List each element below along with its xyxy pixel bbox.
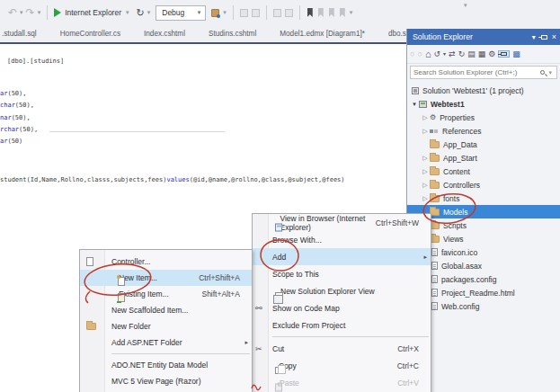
solution-explorer-toolbar: ○ ○ ⌂ ↺ ▾ ⇄ ↻ ▤ ▦ ⚙ ▩: [407, 45, 560, 64]
project-icon: [419, 101, 427, 108]
menu-item-add-aspnet-folder[interactable]: Add ASP.NET Folder▸: [80, 334, 252, 351]
auto-hide-pin-icon[interactable]: [541, 35, 547, 40]
redo-chevron-down-icon[interactable]: ▾: [38, 9, 41, 16]
paste-icon: [275, 383, 282, 391]
undo-chevron-down-icon[interactable]: ▾: [20, 9, 23, 16]
menu-item-existing-item[interactable]: Existing Item...Shift+Alt+A: [80, 286, 252, 302]
restart-icon[interactable]: ↻: [137, 8, 145, 18]
switch-views-icon[interactable]: ↺: [434, 50, 441, 58]
code-line-insert: student(Id,Name,Rollno,classs,subjects,f…: [0, 176, 345, 183]
refresh-icon[interactable]: ↻: [458, 50, 466, 58]
uncomment-icon[interactable]: [252, 9, 260, 17]
tree-item-fonts[interactable]: ▷fonts: [407, 192, 560, 205]
forward-icon[interactable]: ○: [417, 50, 422, 58]
toggle-bookmark-icon[interactable]: [307, 8, 313, 17]
chevron-collapsed-icon[interactable]: ▷: [421, 114, 430, 121]
chevron-collapsed-icon[interactable]: ▷: [421, 195, 430, 202]
show-all-files-icon[interactable]: ▤: [467, 50, 476, 58]
menu-item-adonet-entity-data-model[interactable]: ADO.NET Entity Data Model: [80, 357, 252, 373]
tab-index-cshtml[interactable]: Index.cshtml: [132, 30, 197, 38]
menu-item-cut[interactable]: ✂CutCtrl+X: [253, 340, 431, 357]
undo-icon[interactable]: ↶: [8, 7, 17, 18]
chevron-collapsed-icon[interactable]: ▷: [421, 168, 430, 175]
controller-file-icon: [86, 257, 93, 266]
run-target-label[interactable]: Internet Explorer: [65, 8, 121, 17]
menu-item-new-item[interactable]: New Item...Ctrl+Shift+A: [80, 270, 252, 286]
search-chevron-down-icon[interactable]: ▾: [548, 69, 552, 76]
properties-page-icon[interactable]: ▦: [478, 50, 486, 58]
tab-studall-sql[interactable]: .studall.sql: [0, 30, 49, 38]
clear-bookmarks-icon[interactable]: [340, 8, 345, 17]
tab-studins-cshtml[interactable]: Studins.cshtml: [197, 30, 268, 38]
menu-item-add[interactable]: Add▸: [253, 248, 431, 265]
indent-icon[interactable]: [285, 9, 293, 17]
menu-item-copy[interactable]: CopyCtrl+C: [253, 357, 431, 374]
switch-views-chevron-icon[interactable]: ▾: [443, 51, 446, 57]
tree-item-webtest1[interactable]: ▾Webtest1: [407, 97, 560, 111]
panel-title: Solution Explorer: [413, 32, 473, 41]
solution-icon: [412, 87, 419, 94]
previous-bookmark-icon[interactable]: [318, 8, 324, 17]
file-icon: [431, 289, 438, 297]
chevron-collapsed-icon[interactable]: ▷: [421, 182, 430, 189]
browser-icon: [275, 223, 282, 231]
menu-item-new-solution-explorer-view[interactable]: New Solution Explorer View: [253, 282, 431, 299]
add-submenu: Controller... New Item...Ctrl+Shift+A Ex…: [79, 249, 253, 392]
menu-item-view-in-browser[interactable]: View in Browser (Internet Explorer)Ctrl+…: [253, 214, 431, 231]
comment-icon[interactable]: [240, 9, 248, 17]
menu-item-mvc5-view-page-razor[interactable]: MVC 5 View Page (Razor): [80, 373, 252, 389]
tree-item-solution[interactable]: Solution 'Webtest1' (1 project): [407, 84, 560, 97]
pending-changes-filter-icon[interactable]: ⇄: [449, 50, 456, 58]
tree-item-properties[interactable]: ▷⚙Properties: [407, 111, 560, 124]
menu-item-browse-with[interactable]: Browse With...: [253, 231, 431, 248]
solution-explorer-view-icon: [275, 292, 283, 299]
menu-item-new-folder[interactable]: New Folder: [80, 318, 252, 334]
menu-separator: [111, 353, 250, 354]
menu-item-exclude-from-project[interactable]: Exclude From Project: [253, 316, 431, 334]
references-icon: [430, 128, 439, 134]
tree-item-app-data[interactable]: App_Data: [407, 138, 560, 151]
run-target-chevron-down-icon[interactable]: ▾: [126, 9, 129, 16]
menu-item-controller[interactable]: Controller...: [80, 254, 252, 270]
menu-item-scope-to-this[interactable]: Scope to This: [253, 265, 431, 282]
copy-icon: [275, 367, 281, 374]
code-line-column: ar(50): [0, 138, 22, 145]
tree-item-controllers[interactable]: ▷Controllers: [407, 178, 560, 192]
menu-item-paste[interactable]: PasteCtrl+V: [253, 374, 431, 391]
outdent-icon[interactable]: [273, 9, 281, 17]
tree-item-references[interactable]: ▷References: [407, 124, 560, 138]
menu-item-show-on-code-map[interactable]: ⚯Show on Code Map: [253, 299, 431, 316]
toolbar-group-overflow-icon[interactable]: ▾: [223, 9, 227, 16]
vs-ide-window: { "toolbar": { "undo": "\u21b6", "redo":…: [0, 0, 560, 392]
home-icon[interactable]: ⌂: [425, 49, 431, 59]
chevron-expanded-icon[interactable]: ▾: [410, 101, 419, 108]
redo-icon[interactable]: ↷: [26, 7, 35, 18]
solution-explorer-header[interactable]: Solution Explorer ▾ ×: [407, 29, 560, 45]
restart-chevron-down-icon[interactable]: ▾: [147, 9, 151, 16]
tab-homecontroller-cs[interactable]: HomeController.cs: [49, 30, 132, 38]
chevron-collapsed-icon[interactable]: ▷: [421, 128, 430, 135]
preview-selected-items-button[interactable]: [498, 50, 510, 58]
solution-configuration-select[interactable]: Debug ▾: [156, 5, 206, 21]
file-icon: [431, 262, 438, 270]
menu-item-new-scaffolded-item[interactable]: New Scaffolded Item...: [80, 302, 252, 318]
tree-item-app-start[interactable]: ▷App_Start: [407, 151, 560, 165]
close-icon[interactable]: ×: [552, 32, 556, 41]
next-bookmark-icon[interactable]: [329, 8, 334, 17]
properties-wrench-icon[interactable]: ⚙: [488, 50, 495, 58]
window-position-chevron-icon[interactable]: ▾: [532, 33, 536, 41]
existing-item-icon: [118, 293, 125, 302]
folder-icon: [430, 195, 440, 202]
solution-explorer-search[interactable]: ▾: [410, 66, 557, 79]
submenu-arrow-icon: ▸: [423, 254, 427, 261]
bookmark-group-overflow-icon[interactable]: ▾: [350, 9, 353, 16]
start-debug-play-icon[interactable]: [54, 8, 61, 17]
tree-item-content[interactable]: ▷Content: [407, 165, 560, 178]
back-icon[interactable]: ○: [410, 50, 414, 58]
chevron-collapsed-icon[interactable]: ▷: [421, 155, 430, 162]
toolbar-separator: [233, 5, 234, 20]
collapse-all-icon[interactable]: ▩: [512, 50, 520, 58]
tab-model1-edmx[interactable]: Model1.edmx [Diagram1]*: [268, 30, 377, 38]
attach-to-process-icon[interactable]: [211, 9, 219, 17]
search-input[interactable]: [413, 68, 540, 76]
